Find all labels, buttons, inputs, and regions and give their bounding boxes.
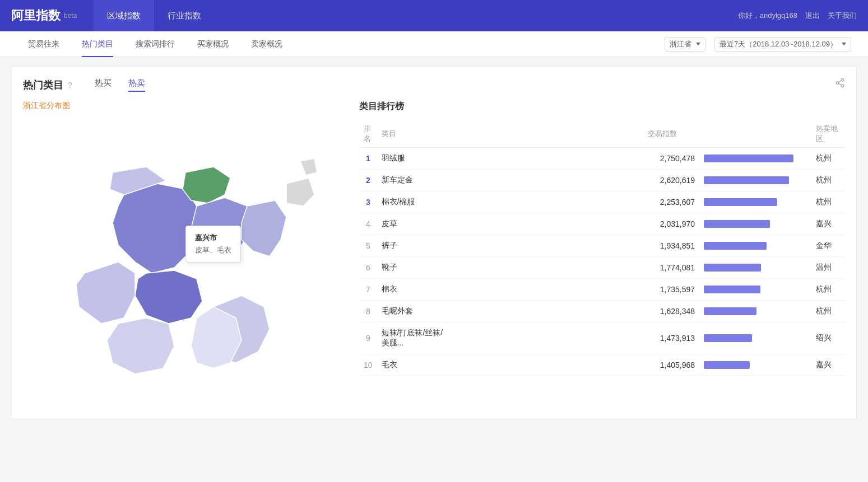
bar-cell (699, 301, 811, 322)
spacer-cell (450, 191, 643, 213)
category-name[interactable]: 羽绒服 (377, 148, 450, 170)
bar-cell (699, 235, 811, 257)
help-icon[interactable]: ? (68, 81, 72, 90)
logo: 阿里指数 (11, 7, 61, 24)
spacer-cell (450, 213, 643, 235)
table-row: 7 棉衣 1,735,597 杭州 (359, 279, 845, 301)
th-index: 交易指数 (643, 120, 699, 148)
table-row: 1 羽绒服 2,750,478 杭州 (359, 148, 845, 170)
main-nav: 区域指数 行业指数 (94, 0, 215, 31)
category-name[interactable]: 毛呢外套 (377, 301, 450, 322)
spacer-cell (450, 235, 643, 257)
rank-number: 2 (359, 170, 377, 191)
th-category: 类目 (377, 120, 450, 148)
logout-link[interactable]: 退出 (805, 11, 820, 21)
ranking-table: 排名 类目 交易指数 热卖地区 1 羽绒服 2,750,478 杭州 2 新车定… (359, 120, 845, 376)
tooltip-category: 皮草、毛衣 (195, 245, 231, 255)
svg-line-3 (838, 83, 841, 85)
share-icon[interactable] (835, 78, 845, 91)
nav-item-industry[interactable]: 行业指数 (154, 0, 215, 31)
zhejiang-map (23, 116, 337, 408)
subnav-filters: 浙江省 最近7天（2018.12.03~2018.12.09） (665, 37, 851, 52)
region-name: 杭州 (811, 170, 845, 191)
table-row: 9 短袜/打底袜/丝袜/美腿... 1,473,913 绍兴 (359, 322, 845, 354)
table-row: 10 毛衣 1,405,968 嘉兴 (359, 354, 845, 376)
bar-chart (704, 307, 756, 315)
bar-cell (699, 148, 811, 170)
bar-chart (704, 334, 752, 342)
bar-chart (704, 176, 789, 184)
bar-chart (704, 155, 793, 162)
category-name[interactable]: 棉衣/棉服 (377, 191, 450, 213)
index-value: 2,750,478 (643, 148, 699, 170)
spacer-cell (450, 148, 643, 170)
nav-item-regional[interactable]: 区域指数 (94, 0, 154, 31)
spacer-cell (450, 170, 643, 191)
map-container[interactable]: 嘉兴市 皮草、毛衣 (23, 116, 337, 408)
bar-cell (699, 354, 811, 376)
table-row: 6 靴子 1,774,081 温州 (359, 257, 845, 279)
bar-chart (704, 264, 761, 272)
region-name: 杭州 (811, 148, 845, 170)
region-name: 绍兴 (811, 322, 845, 354)
category-name[interactable]: 棉衣 (377, 279, 450, 301)
subnav-seller[interactable]: 卖家概况 (240, 31, 294, 57)
region-name: 嘉兴 (811, 213, 845, 235)
subnav-hot-category[interactable]: 热门类目 (71, 31, 124, 57)
th-spacer (450, 120, 643, 148)
ranking-title: 类目排行榜 (359, 101, 845, 113)
about-link[interactable]: 关于我们 (828, 11, 857, 21)
bar-chart (704, 198, 777, 206)
bar-cell (699, 257, 811, 279)
category-name[interactable]: 裤子 (377, 235, 450, 257)
tab-hot-buy[interactable]: 热买 (95, 78, 112, 92)
subnav-search-ranking[interactable]: 搜索词排行 (124, 31, 186, 57)
tab-hot-sell[interactable]: 热卖 (128, 78, 145, 92)
rank-number: 4 (359, 213, 377, 235)
province-label: 浙江省 (670, 39, 691, 49)
region-name: 温州 (811, 257, 845, 279)
index-value: 1,774,081 (643, 257, 699, 279)
rank-number: 9 (359, 322, 377, 354)
bar-chart (704, 242, 767, 250)
subnav-buyer[interactable]: 买家概况 (186, 31, 240, 57)
rank-number: 6 (359, 257, 377, 279)
category-name[interactable]: 短袜/打底袜/丝袜/美腿... (377, 322, 450, 354)
rank-number: 7 (359, 279, 377, 301)
province-chevron-icon (696, 43, 700, 45)
spacer-cell (450, 354, 643, 376)
table-row: 4 皮草 2,031,970 嘉兴 (359, 213, 845, 235)
category-name[interactable]: 靴子 (377, 257, 450, 279)
region-name: 杭州 (811, 191, 845, 213)
svg-line-4 (838, 81, 841, 82)
subnav: 贸易往来 热门类目 搜索词排行 买家概况 卖家概况 浙江省 最近7天（2018.… (0, 31, 868, 57)
th-rank: 排名 (359, 120, 377, 148)
svg-point-1 (836, 82, 839, 85)
category-name[interactable]: 皮草 (377, 213, 450, 235)
table-row: 2 新车定金 2,620,619 杭州 (359, 170, 845, 191)
rank-number: 3 (359, 191, 377, 213)
index-value: 2,253,607 (643, 191, 699, 213)
svg-point-0 (841, 79, 844, 82)
header-right: 你好，andylgq168 退出 关于我们 (738, 11, 857, 21)
region-name: 嘉兴 (811, 354, 845, 376)
bar-cell (699, 213, 811, 235)
province-select[interactable]: 浙江省 (665, 37, 705, 52)
bar-cell (699, 322, 811, 354)
content-area: 浙江省分布图 (23, 101, 845, 408)
section-tabs: 热买 热卖 (95, 78, 145, 92)
index-value: 1,735,597 (643, 279, 699, 301)
category-name[interactable]: 毛衣 (377, 354, 450, 376)
table-header-row: 排名 类目 交易指数 热卖地区 (359, 120, 845, 148)
subnav-trade[interactable]: 贸易往来 (17, 31, 71, 57)
index-value: 1,934,851 (643, 235, 699, 257)
section-header: 热门类目 ? 热买 热卖 (23, 78, 845, 92)
date-select[interactable]: 最近7天（2018.12.03~2018.12.09） (714, 37, 851, 52)
tooltip-city: 嘉兴市 (195, 233, 231, 243)
region-name: 杭州 (811, 279, 845, 301)
bar-chart (704, 286, 760, 293)
spacer-cell (450, 301, 643, 322)
bar-chart (704, 220, 770, 228)
beta-label: beta (64, 12, 77, 20)
category-name[interactable]: 新车定金 (377, 170, 450, 191)
